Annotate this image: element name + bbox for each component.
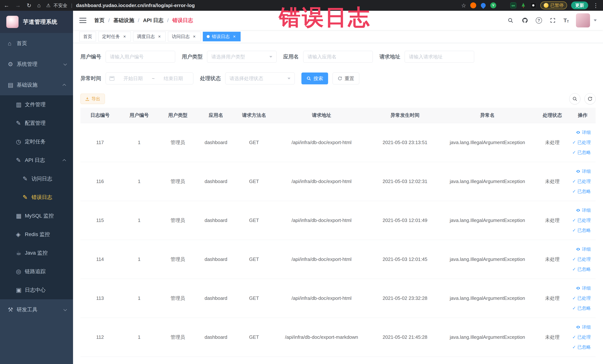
eye-icon bbox=[576, 208, 580, 212]
search-icon[interactable] bbox=[507, 17, 514, 24]
check-icon: ✓ bbox=[572, 335, 576, 340]
sidebar-item[interactable]: ◈ Redis 监控 bbox=[0, 225, 73, 244]
eye-icon bbox=[576, 286, 580, 290]
app-name-input[interactable] bbox=[303, 51, 373, 63]
sidebar-item[interactable]: ⚒ 研发工具 bbox=[0, 299, 73, 320]
export-button[interactable]: 导出 bbox=[81, 94, 105, 104]
github-icon[interactable] bbox=[521, 17, 529, 24]
date-range-picker[interactable]: 开始日期 ~ 结束日期 bbox=[106, 72, 193, 84]
fullscreen-icon[interactable] bbox=[549, 17, 557, 24]
user-id-input[interactable] bbox=[106, 51, 175, 63]
back-icon[interactable]: ← bbox=[4, 2, 9, 9]
mark-ignored-link[interactable]: ✓ 已忽略 bbox=[570, 303, 591, 313]
ext-droplet-icon[interactable] bbox=[480, 2, 487, 9]
detail-link[interactable]: 详细 bbox=[570, 127, 591, 137]
mark-processed-link[interactable]: ✓ 已处理 bbox=[570, 332, 591, 342]
page-content: 用户编号 用户类型 请选择用户类型 应用名 bbox=[73, 43, 603, 364]
cell-log-id: 112 bbox=[81, 318, 120, 357]
sidebar-item[interactable]: ▥ 文件管理 bbox=[0, 95, 73, 114]
check-icon: ✓ bbox=[572, 218, 576, 223]
cell-exception-name: java.lang.IllegalArgumentException bbox=[440, 162, 535, 201]
bookmark-star-icon[interactable]: ☆ bbox=[461, 2, 466, 9]
sidebar-item[interactable]: ▦ MySQL 监控 bbox=[0, 207, 73, 225]
mark-processed-link[interactable]: ✓ 已处理 bbox=[570, 137, 591, 147]
ext-green-v-icon[interactable] bbox=[490, 2, 496, 8]
search-icon bbox=[572, 96, 577, 101]
page-tab[interactable]: 错误日志 bbox=[203, 32, 241, 41]
close-icon[interactable] bbox=[122, 34, 127, 39]
mark-ignored-link[interactable]: ✓ 已忽略 bbox=[570, 264, 591, 274]
close-icon[interactable] bbox=[192, 34, 197, 39]
chrome-menu-icon[interactable]: ⋮ bbox=[592, 2, 599, 9]
close-icon[interactable] bbox=[157, 34, 162, 39]
mark-ignored-link[interactable]: ✓ 已忽略 bbox=[570, 186, 591, 196]
sidebar-item[interactable]: ◎ 链路追踪 bbox=[0, 262, 73, 281]
breadcrumb-item[interactable]: API 日志 bbox=[134, 17, 163, 24]
redis-monitor-icon: ◈ bbox=[16, 231, 25, 238]
detail-link[interactable]: 详细 bbox=[570, 283, 591, 293]
refresh-button[interactable] bbox=[584, 93, 596, 104]
breadcrumb-item[interactable]: 错误日志 bbox=[163, 17, 193, 24]
config-manage-icon: ✎ bbox=[16, 120, 25, 127]
sidebar-item[interactable]: ✎ 错误日志 bbox=[0, 188, 73, 207]
detail-link[interactable]: 详细 bbox=[570, 166, 591, 176]
help-icon[interactable] bbox=[536, 17, 542, 23]
close-icon[interactable] bbox=[232, 34, 237, 39]
sidebar-item[interactable]: ✎ API 日志 bbox=[0, 151, 73, 169]
sidebar-item[interactable]: ▤ 基础设施 bbox=[0, 75, 73, 95]
table-row: 112 1 管理员 dashboard GET /api/infra/db-do… bbox=[81, 318, 596, 357]
ext-grid-icon[interactable] bbox=[500, 2, 506, 8]
process-status-select[interactable]: 请选择处理状态 bbox=[225, 72, 295, 84]
sidebar-toggle-icon[interactable] bbox=[79, 18, 86, 23]
mark-ignored-link[interactable]: ✓ 已忽略 bbox=[570, 147, 591, 157]
paused-extension-button[interactable]: 已暂停 bbox=[540, 1, 567, 9]
mark-processed-link[interactable]: ✓ 已处理 bbox=[570, 293, 591, 303]
sidebar-menu: ⌂ 首页 ⚙ 系统管理 ▤ 基础设施 ▥ 文 bbox=[0, 33, 73, 320]
sidebar-item[interactable]: ◷ 定时任务 bbox=[0, 132, 73, 151]
sidebar-item[interactable]: ▣ 日志中心 bbox=[0, 281, 73, 299]
cell-exception-time: 2021-05-02 21:45:28 bbox=[370, 318, 440, 357]
avatar-caret-icon[interactable] bbox=[594, 20, 597, 21]
ext-on-badge-icon[interactable]: on bbox=[510, 2, 516, 8]
sidebar-item[interactable]: ✎ 配置管理 bbox=[0, 114, 73, 132]
search-button[interactable]: 搜索 bbox=[302, 72, 328, 84]
mark-ignored-link[interactable]: ✓ 已忽略 bbox=[570, 342, 591, 352]
check-icon: ✓ bbox=[572, 150, 576, 155]
reset-button[interactable]: 重置 bbox=[333, 72, 359, 84]
mark-processed-link[interactable]: ✓ 已处理 bbox=[570, 215, 591, 225]
sidebar-item[interactable]: ✎ 访问日志 bbox=[0, 169, 73, 188]
page-tab[interactable]: 调度日志 bbox=[133, 32, 166, 41]
breadcrumb-item[interactable]: 首页 bbox=[94, 17, 104, 24]
detail-link[interactable]: 详细 bbox=[570, 322, 591, 332]
page-tab[interactable]: 首页 bbox=[79, 32, 96, 41]
sidebar-item[interactable]: ☕ Java 监控 bbox=[0, 244, 73, 262]
mark-ignored-link[interactable]: ✓ 已忽略 bbox=[570, 225, 591, 235]
mark-processed-link[interactable]: ✓ 已处理 bbox=[570, 176, 591, 186]
sidebar-item[interactable]: ⚙ 系统管理 bbox=[0, 54, 73, 75]
detail-link[interactable]: 详细 bbox=[570, 244, 591, 254]
cell-request-url: /api/infra/db-doc/export-html bbox=[273, 162, 370, 201]
browser-update-button[interactable]: 更新 bbox=[571, 1, 588, 9]
address-bar[interactable]: ⚠ 不安全 | dashboard.yudao.iocoder.cn/infra… bbox=[46, 2, 195, 9]
user-avatar[interactable] bbox=[576, 13, 590, 27]
breadcrumb-item[interactable]: 基础设施 bbox=[104, 17, 134, 24]
home-icon[interactable]: ⌂ bbox=[37, 2, 41, 9]
ext-orange-icon[interactable] bbox=[470, 2, 476, 8]
sidebar-item[interactable]: ⌂ 首页 bbox=[0, 33, 73, 54]
toggle-search-button[interactable] bbox=[569, 93, 580, 104]
mark-processed-link[interactable]: ✓ 已处理 bbox=[570, 254, 591, 264]
page-tab[interactable]: 访问日志 bbox=[168, 32, 201, 41]
page-tab[interactable]: 定时任务 bbox=[98, 32, 131, 41]
cell-exception-time: 2021-05-03 12:02:31 bbox=[370, 162, 440, 201]
user-type-select[interactable]: 请选择用户类型 bbox=[207, 51, 277, 63]
check-icon: ✓ bbox=[572, 295, 576, 301]
ext-plugin-icon[interactable] bbox=[530, 2, 536, 8]
cell-app-name: dashboard bbox=[197, 123, 235, 162]
detail-link[interactable]: 详细 bbox=[570, 205, 591, 215]
request-url-input[interactable] bbox=[405, 51, 474, 63]
font-size-icon[interactable] bbox=[564, 17, 569, 23]
app-logo[interactable]: 芋道管理系统 bbox=[0, 11, 73, 33]
ext-tree-icon[interactable] bbox=[520, 2, 526, 8]
reload-icon[interactable]: ↻ bbox=[27, 2, 31, 9]
forward-icon[interactable]: → bbox=[15, 2, 21, 9]
